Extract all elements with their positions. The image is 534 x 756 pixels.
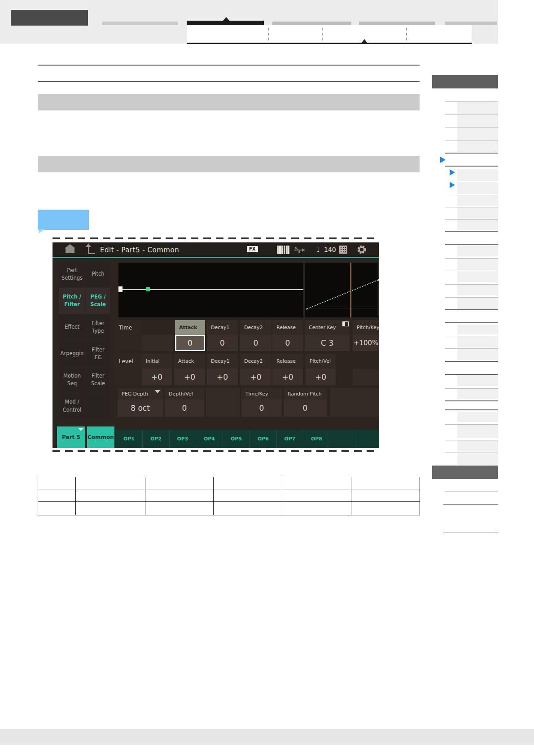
toc-row[interactable] bbox=[445, 207, 498, 219]
tab-separator bbox=[322, 28, 323, 40]
time-attack-label[interactable]: Attack bbox=[175, 320, 205, 335]
nav-filter-eg[interactable]: Filter EG bbox=[86, 341, 110, 366]
toc-row[interactable] bbox=[445, 195, 498, 206]
dropdown-arrow-icon bbox=[155, 390, 160, 393]
center-key-value[interactable]: C 3 bbox=[305, 335, 350, 351]
level-attack-label[interactable]: Attack bbox=[174, 354, 205, 369]
toc-expand-arrow-icon[interactable] bbox=[440, 157, 446, 163]
tab-op5[interactable]: OP5 bbox=[223, 430, 250, 448]
toc-row[interactable] bbox=[445, 246, 498, 256]
toc-row[interactable] bbox=[445, 284, 498, 295]
depth-vel-label[interactable]: Depth/Vel bbox=[165, 388, 204, 400]
toc-row[interactable] bbox=[445, 424, 498, 438]
section-pointer-icon bbox=[362, 39, 367, 43]
nav-tab-ghost-3[interactable] bbox=[359, 22, 435, 25]
toc-row[interactable] bbox=[445, 114, 498, 127]
level-decay1-value[interactable]: +0 bbox=[207, 369, 238, 385]
tab-op7[interactable]: OP7 bbox=[277, 430, 303, 448]
empty-param-cell bbox=[142, 335, 174, 351]
pitch-key-graph[interactable] bbox=[305, 263, 378, 317]
tab-op4[interactable]: OP4 bbox=[196, 430, 223, 448]
tab-common[interactable]: Common bbox=[87, 426, 114, 448]
toc-row[interactable] bbox=[445, 258, 498, 270]
time-release-value[interactable]: 0 bbox=[272, 335, 303, 351]
nav-mod-control[interactable]: Mod / Control bbox=[59, 393, 85, 419]
toc-row[interactable] bbox=[445, 325, 498, 334]
toc-row[interactable] bbox=[445, 219, 498, 230]
time-decay2-label[interactable]: Decay2 bbox=[240, 320, 271, 335]
synth-screenshot: Edit - Part5 - Common FX ♩ 140 Part Sett… bbox=[53, 242, 379, 448]
nav-pitch-filter[interactable]: Pitch / Filter bbox=[59, 288, 85, 314]
toc-row[interactable] bbox=[445, 388, 498, 399]
toc-row[interactable] bbox=[445, 169, 498, 181]
peg-depth-value[interactable]: 8 oct bbox=[118, 400, 163, 417]
toc-row[interactable] bbox=[445, 336, 498, 347]
level-decay1-label[interactable]: Decay1 bbox=[207, 354, 238, 369]
depth-vel-value[interactable]: 0 bbox=[165, 400, 204, 417]
tab-op8[interactable]: OP8 bbox=[303, 430, 330, 448]
nav-part-settings[interactable]: Part Settings bbox=[59, 262, 85, 287]
nav-effect[interactable]: Effect bbox=[59, 315, 85, 340]
toc-row[interactable] bbox=[445, 297, 498, 309]
level-release-value[interactable]: +0 bbox=[272, 369, 303, 385]
level-initial-label[interactable]: Initial bbox=[142, 354, 172, 369]
part-dropdown-icon[interactable] bbox=[78, 428, 83, 431]
exit-up-icon[interactable] bbox=[88, 246, 95, 254]
time-release-label[interactable]: Release bbox=[272, 320, 303, 335]
time-attack-value[interactable]: 0 bbox=[175, 335, 205, 351]
random-pitch-value[interactable]: 0 bbox=[284, 400, 327, 417]
tab-op2[interactable]: OP2 bbox=[143, 430, 170, 448]
toc-row[interactable] bbox=[445, 348, 498, 360]
toc-row[interactable] bbox=[445, 141, 498, 152]
level-attack-value[interactable]: +0 bbox=[174, 369, 205, 385]
keyboard-icon[interactable] bbox=[277, 246, 289, 254]
time-key-label[interactable]: Time/Key bbox=[241, 388, 282, 400]
tab-op3[interactable]: OP3 bbox=[170, 430, 196, 448]
home-icon[interactable] bbox=[66, 248, 74, 253]
envelope-handle-white[interactable] bbox=[118, 286, 123, 292]
nav-peg-scale[interactable]: PEG / Scale bbox=[86, 288, 110, 314]
table-cell bbox=[351, 489, 420, 502]
pitch-vel-value[interactable]: +0 bbox=[306, 369, 336, 385]
time-decay2-value[interactable]: 0 bbox=[240, 335, 271, 351]
nav-tab-ghost-2[interactable] bbox=[272, 22, 351, 25]
level-release-label[interactable]: Release bbox=[272, 354, 303, 369]
pitch-key-label[interactable]: Pitch/Key bbox=[353, 320, 379, 335]
toc-row[interactable] bbox=[445, 412, 498, 422]
gear-icon[interactable] bbox=[357, 245, 367, 255]
time-decay1-label[interactable]: Decay1 bbox=[207, 320, 238, 335]
toc-row[interactable] bbox=[445, 127, 498, 141]
nav-motion-seq[interactable]: Motion Seq bbox=[59, 367, 85, 392]
op-tab-strip: OP1 OP2 OP3 OP4 OP5 OP6 OP7 OP8 bbox=[116, 430, 379, 448]
nav-tab-ghost-4[interactable] bbox=[445, 22, 497, 25]
envelope-handle-green[interactable] bbox=[146, 287, 150, 291]
time-decay1-value[interactable]: 0 bbox=[207, 335, 238, 351]
toc-row[interactable] bbox=[445, 271, 498, 282]
pitch-key-value[interactable]: +100% bbox=[353, 335, 379, 351]
tab-op6[interactable]: OP6 bbox=[250, 430, 277, 448]
peg-envelope-graph[interactable] bbox=[118, 263, 303, 317]
nav-pitch[interactable]: Pitch bbox=[86, 262, 110, 287]
fx-badge[interactable]: FX bbox=[247, 246, 258, 252]
pitch-vel-label[interactable]: Pitch/Vel bbox=[306, 354, 336, 369]
toc-row[interactable] bbox=[445, 182, 498, 194]
tab-op1[interactable]: OP1 bbox=[116, 430, 143, 448]
time-key-value[interactable]: 0 bbox=[241, 400, 282, 417]
toc-row[interactable] bbox=[445, 375, 498, 386]
random-pitch-label[interactable]: Random Pitch bbox=[284, 388, 327, 400]
toc-row[interactable] bbox=[445, 440, 498, 452]
nav-arpeggio[interactable]: Arpeggio bbox=[59, 341, 85, 366]
peg-depth-label[interactable]: PEG Depth bbox=[118, 388, 163, 400]
table-cell bbox=[145, 502, 214, 515]
level-decay2-label[interactable]: Decay2 bbox=[240, 354, 271, 369]
level-decay2-value[interactable]: +0 bbox=[240, 369, 271, 385]
nav-filter-type[interactable]: Filter Type bbox=[86, 315, 110, 340]
grid-menu-icon[interactable] bbox=[339, 246, 347, 254]
nav-filter-scale[interactable]: Filter Scale bbox=[86, 367, 110, 392]
toc-row[interactable] bbox=[445, 453, 498, 465]
empty-param-cell bbox=[330, 388, 379, 417]
tempo-value[interactable]: 140 bbox=[324, 246, 336, 253]
nav-tab-ghost-1[interactable] bbox=[102, 22, 178, 25]
level-initial-value[interactable]: +0 bbox=[142, 369, 172, 385]
toc-row[interactable] bbox=[445, 101, 498, 114]
